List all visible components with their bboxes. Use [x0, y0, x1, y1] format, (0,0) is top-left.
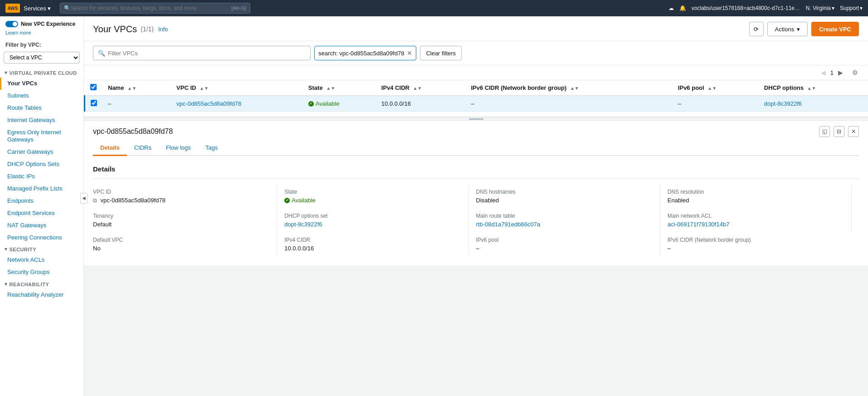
- sidebar-item-security-groups[interactable]: Security Groups: [0, 266, 83, 279]
- col-ipv6-pool[interactable]: IPv6 pool ▲▼: [673, 80, 759, 96]
- col-name[interactable]: Name ▲▼: [102, 80, 171, 96]
- global-search[interactable]: 🔍 [Alt+S]: [60, 3, 250, 14]
- detail-ipv6-cidr: IPv6 CIDR (Network border group) –: [668, 232, 859, 256]
- sidebar-item-carrier-gateways[interactable]: Carrier Gateways: [0, 146, 83, 158]
- new-vpc-toggle[interactable]: [5, 21, 18, 27]
- sidebar-section-reachability[interactable]: ▾ REACHABILITY: [0, 279, 83, 289]
- sidebar-item-route-tables[interactable]: Route Tables: [0, 102, 83, 114]
- pagination: ◀ 1 ▶: [818, 68, 846, 77]
- actions-button[interactable]: Actions ▾: [767, 22, 808, 36]
- vpc-filter-input[interactable]: [108, 50, 306, 57]
- vpc-id-link[interactable]: vpc-0d855ac5d8a09fd78: [176, 100, 241, 107]
- sidebar-item-internet-gateways[interactable]: Internet Gateways: [0, 114, 83, 127]
- split-handle[interactable]: [84, 117, 868, 121]
- global-search-input[interactable]: [71, 5, 231, 11]
- col-ipv4[interactable]: IPv4 CIDR ▲▼: [376, 80, 466, 96]
- detail-vpc-id: VPC ID ⧉ vpc-0d855ac5d8a09fd78: [93, 184, 277, 208]
- split-panel-button[interactable]: ⊟: [834, 126, 844, 137]
- close-panel-button[interactable]: ✕: [848, 126, 859, 137]
- region-selector[interactable]: N. Virginia ▾: [806, 5, 834, 11]
- sidebar-item-elastic-ips[interactable]: Elastic IPs: [0, 171, 83, 183]
- detail-ipv6-cidr-label: IPv6 CIDR (Network border group): [668, 237, 852, 243]
- expand-panel-button[interactable]: ◱: [819, 126, 830, 137]
- col-dhcp[interactable]: DHCP options ▲▼: [759, 80, 868, 96]
- detail-dhcp-options-label: DHCP options set: [284, 213, 461, 219]
- copy-vpc-id-icon[interactable]: ⧉: [93, 197, 97, 204]
- row-dhcp[interactable]: dopt-8c3922f6: [759, 96, 868, 112]
- status-badge: Available: [308, 100, 371, 107]
- sidebar-item-peering[interactable]: Peering Connections: [0, 232, 83, 244]
- table-row[interactable]: – vpc-0d855ac5d8a09fd78 Available 10.0.0…: [85, 96, 868, 112]
- info-link[interactable]: Info: [158, 26, 168, 33]
- sidebar-item-your-vpcs[interactable]: Your VPCs: [0, 78, 83, 90]
- tab-tags[interactable]: Tags: [198, 141, 225, 156]
- services-chevron-icon: ▾: [48, 5, 51, 12]
- services-menu[interactable]: Services ▾: [24, 5, 51, 12]
- sidebar-section-vpc[interactable]: ▾ VIRTUAL PRIVATE CLOUD: [0, 67, 83, 78]
- create-vpc-button[interactable]: Create VPC: [811, 22, 859, 36]
- detail-dns-hostnames: DNS hostnames Disabled: [476, 184, 660, 208]
- tab-details[interactable]: Details: [93, 141, 127, 156]
- sort-dhcp-icon: ▲▼: [807, 86, 816, 91]
- col-state[interactable]: State ▲▼: [303, 80, 376, 96]
- vpc-search-box[interactable]: 🔍: [93, 46, 311, 60]
- detail-default-vpc-label: Default VPC: [93, 237, 269, 243]
- sidebar-item-egress-only[interactable]: Egress Only Internet Gateways: [0, 127, 83, 147]
- detail-ipv6-cidr-value: –: [668, 245, 852, 252]
- account-label[interactable]: voclabs/user1578168=acb4800c-d7c1-11ea-9…: [692, 5, 800, 11]
- clear-filters-button[interactable]: Clear filters: [420, 46, 462, 60]
- chevron-down-icon: ▾: [5, 70, 8, 76]
- search-shortcut: [Alt+S]: [231, 5, 246, 11]
- learn-more-link[interactable]: Learn more: [0, 30, 83, 39]
- row-vpc-id[interactable]: vpc-0d855ac5d8a09fd78: [171, 96, 303, 112]
- detail-state: State Available: [284, 184, 468, 208]
- detail-dhcp-options-value[interactable]: dopt-8c3922f6: [284, 221, 461, 228]
- support-menu[interactable]: Support ▾: [840, 5, 863, 11]
- tab-flow-logs[interactable]: Flow logs: [159, 141, 198, 156]
- sidebar-item-reachability-analyzer[interactable]: Reachability Analyzer: [0, 289, 83, 301]
- sort-name-icon: ▲▼: [127, 86, 137, 91]
- sidebar-item-dhcp-options[interactable]: DHCP Options Sets: [0, 158, 83, 171]
- detail-state-label: State: [284, 189, 461, 195]
- settings-button[interactable]: ⚙: [849, 68, 861, 77]
- prev-page-button[interactable]: ◀: [818, 68, 829, 77]
- sidebar-item-endpoints[interactable]: Endpoints: [0, 195, 83, 207]
- detail-dns-hostnames-label: DNS hostnames: [476, 189, 653, 195]
- search-filter-icon: 🔍: [98, 50, 105, 57]
- row-checkbox[interactable]: [91, 100, 97, 106]
- detail-dhcp-options: DHCP options set dopt-8c3922f6: [284, 208, 468, 232]
- page-title: Your VPCs (1/1): [93, 24, 154, 34]
- row-checkbox-cell[interactable]: [85, 96, 103, 112]
- select-all-header[interactable]: [85, 80, 103, 96]
- sidebar-item-network-acls[interactable]: Network ACLs: [0, 254, 83, 266]
- sidebar-item-nat-gateways[interactable]: NAT Gateways: [0, 220, 83, 232]
- sidebar-item-subnets[interactable]: Subnets: [0, 90, 83, 102]
- vpc-filter-select[interactable]: Select a VPC: [4, 52, 80, 64]
- remove-filter-button[interactable]: ✕: [407, 50, 412, 56]
- sidebar-section-vpc-label: VIRTUAL PRIVATE CLOUD: [10, 70, 77, 76]
- tab-cidrs[interactable]: CIDRs: [127, 141, 159, 156]
- refresh-button[interactable]: ⟳: [749, 22, 764, 36]
- bell-icon[interactable]: 🔔: [679, 5, 686, 11]
- sidebar-toggle[interactable]: ◀: [80, 193, 88, 204]
- detail-main-acl-value[interactable]: acl-069171f79130f14b7: [668, 221, 844, 228]
- col-vpc-id[interactable]: VPC ID ▲▼: [171, 80, 303, 96]
- new-vpc-toggle-row: New VPC Experience: [0, 16, 83, 30]
- sidebar-item-managed-prefix[interactable]: Managed Prefix Lists: [0, 183, 83, 195]
- sidebar-section-security[interactable]: ▾ SECURITY: [0, 244, 83, 254]
- sidebar-item-endpoint-services[interactable]: Endpoint Services: [0, 207, 83, 220]
- cloud-icon[interactable]: ☁: [668, 5, 674, 11]
- dhcp-options-link[interactable]: dopt-8c3922f6: [764, 100, 802, 107]
- search-icon: 🔍: [64, 5, 71, 11]
- detail-main-route-value[interactable]: rtb-08d1a791edb66c07a: [476, 221, 653, 228]
- page-title-text: Your VPCs: [93, 24, 137, 34]
- detail-vpc-id-value: ⧉ vpc-0d855ac5d8a09fd78: [93, 197, 269, 204]
- col-ipv6[interactable]: IPv6 CIDR (Network border group) ▲▼: [465, 80, 672, 96]
- row-ipv6-pool: –: [673, 96, 759, 112]
- next-page-button[interactable]: ▶: [835, 68, 846, 77]
- sidebar-section-reachability-label: REACHABILITY: [10, 282, 49, 287]
- sort-vpcid-icon: ▲▼: [200, 86, 209, 91]
- select-all-checkbox[interactable]: [90, 84, 97, 90]
- nav-right: ☁ 🔔 voclabs/user1578168=acb4800c-d7c1-11…: [668, 5, 863, 11]
- h-scrollbar-area[interactable]: [84, 112, 868, 117]
